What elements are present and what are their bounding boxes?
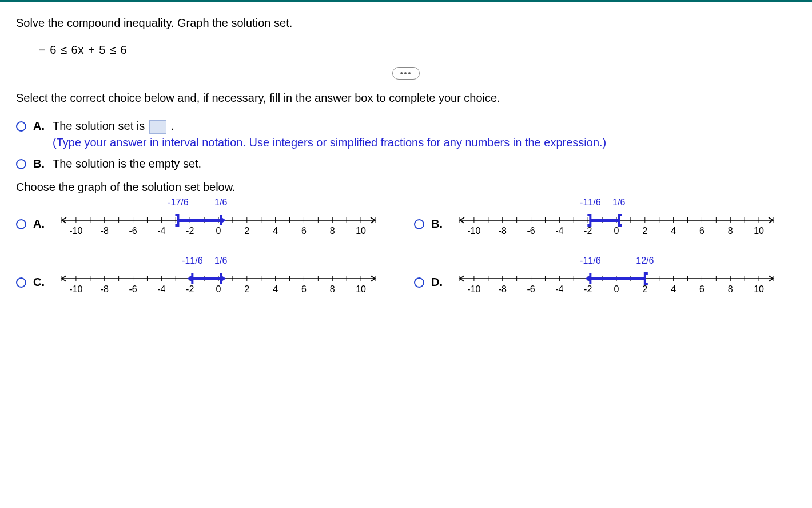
radio-graph-c[interactable] (16, 277, 26, 288)
number-line-a: -10-8-6-4-20246810-17/61/6 (53, 211, 384, 237)
endpoint-label-left: -11/6 (182, 256, 202, 266)
tick-label: 10 (754, 226, 764, 236)
tick-label: 2 (642, 226, 647, 236)
tick-label: 4 (273, 284, 278, 295)
radio-graph-d[interactable] (414, 277, 424, 288)
choice-a-hint: (Type your answer in interval notation. … (53, 136, 796, 149)
tick-label: 6 (699, 226, 704, 236)
tick-label: 0 (614, 284, 619, 295)
tick-label: -2 (186, 226, 194, 236)
number-line-b: -10-8-6-4-20246810-11/61/6 (451, 211, 782, 237)
tick-label: -4 (555, 284, 563, 295)
number-line-d: -10-8-6-4-20246810-11/612/6 (451, 269, 782, 296)
graph-c-label: C. (33, 276, 47, 289)
endpoint-label-left: -11/6 (580, 197, 600, 208)
tick-label: 6 (301, 226, 307, 236)
tick-label: -4 (555, 226, 563, 236)
tick-label: -4 (157, 284, 165, 295)
tick-label: 2 (244, 226, 249, 236)
tick-label: 4 (671, 284, 676, 295)
graph-a-label: A. (33, 217, 47, 231)
tick-label: 4 (671, 226, 676, 236)
endpoint-label-right: 12/6 (636, 256, 654, 266)
choice-a-text-before: The solution set is (53, 120, 148, 132)
graph-instruction: Choose the graph of the solution set bel… (16, 181, 796, 194)
tick-label: -4 (157, 226, 165, 236)
endpoint-label-right: 1/6 (214, 197, 227, 208)
tick-label: 0 (614, 226, 619, 236)
tick-label: 10 (356, 284, 366, 295)
endpoint-label-left: -17/6 (168, 197, 188, 208)
radio-choice-a[interactable] (16, 121, 26, 132)
tick-label: -10 (69, 284, 82, 295)
svg-marker-26 (221, 217, 226, 224)
tick-label: -10 (69, 226, 82, 236)
tick-label: -10 (467, 226, 480, 236)
endpoint-label-right: 1/6 (214, 256, 227, 266)
tick-label: -8 (101, 226, 109, 236)
instruction-text: Select the correct choice below and, if … (16, 92, 796, 105)
tick-label: 8 (728, 284, 733, 295)
tick-label: 0 (216, 226, 221, 236)
tick-label: 10 (356, 226, 366, 236)
graph-d-label: D. (431, 276, 445, 289)
choice-b-text: The solution is the empty set. (53, 157, 201, 170)
svg-marker-80 (221, 275, 226, 282)
tick-label: 2 (642, 284, 647, 295)
tick-label: 4 (273, 226, 278, 236)
tick-label: -2 (584, 284, 592, 295)
endpoint-label-right: 1/6 (612, 197, 625, 208)
radio-choice-b[interactable] (16, 159, 26, 169)
question-prompt: Solve the compound inequality. Graph the… (16, 17, 796, 30)
tick-label: -10 (467, 284, 480, 295)
graph-b-label: B. (431, 217, 445, 231)
tick-label: -6 (129, 226, 137, 236)
tick-label: -6 (129, 284, 137, 295)
tick-label: 2 (244, 284, 249, 295)
tick-label: -6 (527, 284, 535, 295)
expand-button[interactable]: ••• (392, 67, 420, 80)
tick-label: 6 (301, 284, 307, 295)
number-line-c: -10-8-6-4-20246810-11/61/6 (53, 269, 384, 296)
radio-graph-b[interactable] (414, 219, 424, 229)
tick-label: 0 (216, 284, 221, 295)
tick-label: -8 (499, 284, 507, 295)
endpoint-label-left: -11/6 (580, 256, 600, 266)
answer-input[interactable] (149, 120, 166, 134)
tick-label: 6 (699, 284, 704, 295)
tick-label: -8 (499, 226, 507, 236)
tick-label: 10 (754, 284, 764, 295)
choice-a-text-after: . (170, 120, 174, 132)
radio-graph-a[interactable] (16, 219, 26, 229)
tick-label: -6 (527, 226, 535, 236)
tick-label: 8 (728, 226, 733, 236)
choice-a-label: A. (33, 120, 47, 133)
tick-label: -2 (584, 226, 592, 236)
choice-b-label: B. (33, 157, 47, 170)
inequality-expression: − 6 ≤ 6x + 5 ≤ 6 (39, 43, 796, 57)
tick-label: -8 (101, 284, 109, 295)
tick-label: 8 (330, 226, 335, 236)
tick-label: 8 (330, 284, 335, 295)
tick-label: -2 (186, 284, 194, 295)
